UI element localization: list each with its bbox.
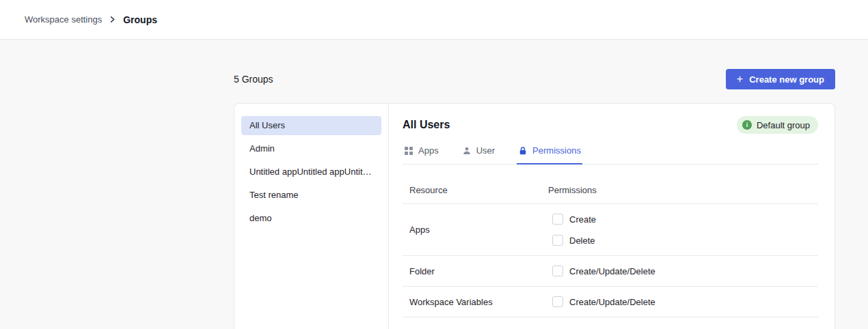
group-list-item-demo[interactable]: demo (241, 209, 381, 228)
breadcrumb: Workspace settings Groups (25, 14, 157, 25)
permission-label: Create/Update/Delete (569, 266, 655, 276)
apps-grid-icon (404, 146, 413, 156)
delete-checkbox[interactable] (552, 235, 563, 246)
tab-apps-label: Apps (418, 145, 439, 156)
content-area: 5 Groups + Create new group All Users Ad… (0, 40, 868, 329)
group-list-item-untitled[interactable]: Untitled appUntitled appUntitle… (241, 162, 381, 182)
groups-card: All Users Admin Untitled appUntitled app… (234, 103, 835, 329)
permission-options: Create Delete (548, 214, 596, 246)
group-list: All Users Admin Untitled appUntitled app… (234, 104, 389, 329)
groups-count: 5 Groups (234, 74, 273, 85)
groups-toolbar: 5 Groups + Create new group (234, 69, 835, 89)
permission-label: Create/Update/Delete (569, 297, 655, 307)
breadcrumb-current-page: Groups (123, 14, 157, 25)
create-update-delete-checkbox[interactable] (552, 296, 563, 307)
top-header: Workspace settings Groups (0, 0, 868, 40)
group-detail-header: All Users i Default group (403, 116, 818, 134)
permission-option-create: Create (552, 214, 596, 225)
info-icon: i (742, 120, 752, 130)
table-row-apps: Apps Create Delete (403, 204, 818, 256)
lock-icon (518, 146, 528, 156)
permission-options: Create/Update/Delete (548, 266, 655, 276)
default-group-badge: i Default group (737, 116, 818, 134)
user-icon (462, 146, 472, 156)
group-list-item-admin[interactable]: Admin (241, 139, 381, 158)
plus-icon: + (737, 74, 743, 85)
group-detail-panel: All Users i Default group Apps (389, 104, 835, 329)
tab-user[interactable]: User (461, 142, 496, 164)
permission-option-cud: Create/Update/Delete (552, 296, 655, 307)
table-row-folder: Folder Create/Update/Delete (403, 256, 818, 287)
tab-permissions[interactable]: Permissions (517, 142, 582, 164)
tab-user-label: User (476, 145, 495, 156)
permission-option-cud: Create/Update/Delete (552, 266, 655, 276)
create-checkbox[interactable] (552, 214, 563, 225)
breadcrumb-workspace-settings[interactable]: Workspace settings (25, 14, 102, 25)
permission-options: Create/Update/Delete (548, 296, 655, 307)
resource-label: Apps (409, 225, 548, 235)
resource-label: Folder (409, 266, 548, 276)
create-new-group-button[interactable]: + Create new group (726, 69, 835, 89)
table-row-workspace-variables: Workspace Variables Create/Update/Delete (403, 287, 818, 317)
chevron-right-icon (109, 16, 116, 23)
tab-bar: Apps User Permissions (403, 142, 818, 164)
permissions-table-header: Resource Permissions (403, 164, 818, 204)
tab-apps[interactable]: Apps (403, 142, 440, 164)
permission-label: Delete (569, 235, 595, 246)
resource-label: Workspace Variables (409, 297, 548, 307)
create-update-delete-checkbox[interactable] (552, 266, 563, 276)
resource-column-header: Resource (409, 185, 548, 195)
group-title: All Users (403, 119, 450, 131)
default-group-badge-label: Default group (757, 120, 810, 130)
permissions-table: Resource Permissions Apps Create Delete (403, 164, 818, 317)
permission-label: Create (569, 214, 596, 225)
permission-option-delete: Delete (552, 235, 596, 246)
create-new-group-label: Create new group (749, 74, 824, 85)
permissions-column-header: Permissions (548, 185, 597, 195)
tab-permissions-label: Permissions (532, 145, 581, 156)
group-list-item-test-rename[interactable]: Test rename (241, 186, 381, 205)
group-list-item-all-users[interactable]: All Users (241, 116, 381, 135)
